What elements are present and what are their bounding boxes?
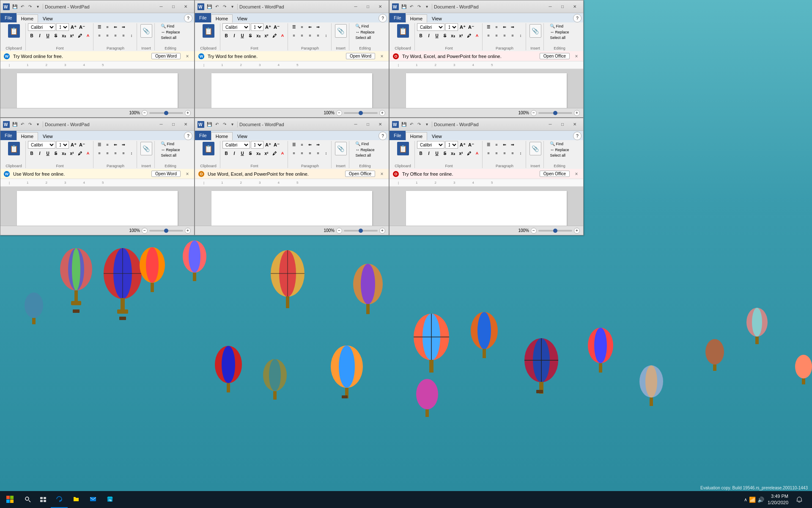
taskbar-store-icon[interactable]: 🛍	[102, 491, 118, 508]
font-name-select-3[interactable]: Calibri	[417, 23, 444, 31]
align-right-3[interactable]: ≡	[501, 32, 508, 39]
align-left-6[interactable]: ≡	[485, 149, 492, 157]
replace-btn-3[interactable]: ↔Replace	[549, 29, 570, 35]
help-btn-6[interactable]: ?	[573, 132, 582, 140]
doc-area-6[interactable]	[390, 187, 583, 226]
view-tab-5[interactable]: View	[233, 132, 252, 140]
highlight-4[interactable]: 🖍	[76, 149, 84, 157]
zoom-in-btn-2[interactable]: +	[379, 110, 385, 116]
underline-3[interactable]: U	[433, 32, 441, 39]
superscript-btn-1[interactable]: x²	[68, 32, 76, 39]
numbering-3[interactable]: ≡	[493, 23, 500, 31]
indent-more-5[interactable]: ⇒	[314, 141, 322, 149]
subscript-2[interactable]: x₂	[255, 32, 262, 39]
align-center-5[interactable]: ≡	[298, 149, 306, 157]
highlight-btn-1[interactable]: 🖍	[76, 32, 84, 39]
save-btn-4[interactable]: 💾	[11, 121, 18, 128]
underline-btn-1[interactable]: U	[44, 32, 52, 39]
titlebar-6[interactable]: W 💾 ↶ ↷ ▾ Document - WordPad ─ □ ✕	[390, 118, 583, 131]
paste-btn-6[interactable]: 📋	[396, 141, 410, 156]
task-view-button[interactable]	[36, 491, 51, 508]
minimize-btn-4[interactable]: ─	[155, 120, 167, 129]
italic-2[interactable]: I	[230, 32, 238, 39]
align-center-6[interactable]: ≡	[493, 149, 500, 157]
close-btn-2[interactable]: ✕	[374, 3, 386, 11]
replace-btn-5[interactable]: ↔Replace	[354, 147, 376, 152]
save-btn-6[interactable]: 💾	[401, 121, 407, 128]
home-tab-6[interactable]: Home	[406, 132, 427, 141]
view-tab-3[interactable]: View	[427, 14, 447, 22]
justify-2[interactable]: ≡	[314, 32, 322, 39]
font-grow-5[interactable]: A⁺	[264, 141, 272, 149]
restore-btn-5[interactable]: □	[362, 120, 374, 129]
insert-btn-5[interactable]: 📎	[334, 141, 348, 156]
align-right-2[interactable]: ≡	[306, 32, 314, 39]
zoom-track-2[interactable]	[344, 112, 378, 114]
align-left-4[interactable]: ≡	[96, 149, 103, 157]
doc-area-5[interactable]	[195, 187, 389, 226]
home-tab-2[interactable]: Home	[211, 14, 233, 23]
close-btn-6[interactable]: ✕	[569, 120, 581, 129]
home-tab-5[interactable]: Home	[211, 132, 233, 141]
zoom-thumb-2[interactable]	[359, 111, 363, 115]
numbering-4[interactable]: ≡	[104, 141, 111, 149]
zoom-track-1[interactable]	[149, 112, 183, 114]
zoom-thumb-3[interactable]	[553, 111, 557, 115]
justify-5[interactable]: ≡	[314, 149, 322, 157]
numbering-6[interactable]: ≡	[493, 141, 500, 149]
font-shrink-5[interactable]: A⁻	[273, 141, 280, 149]
font-shrink-btn-1[interactable]: A⁻	[78, 23, 86, 31]
home-tab-4[interactable]: Home	[16, 132, 38, 141]
restore-btn-1[interactable]: □	[167, 3, 179, 11]
titlebar-5[interactable]: W 💾 ↶ ↷ ▾ Document - WordPad ─ □ ✕	[195, 118, 389, 131]
select-all-btn-4[interactable]: Select all	[159, 153, 181, 158]
find-btn-2[interactable]: 🔍Find	[354, 23, 376, 29]
minimize-btn-2[interactable]: ─	[350, 3, 362, 11]
minimize-btn-6[interactable]: ─	[544, 120, 556, 129]
color-5[interactable]: A	[279, 149, 286, 157]
undo-btn-2[interactable]: ↶	[214, 3, 220, 10]
list-btn-1[interactable]: ☰	[96, 23, 103, 31]
system-clock[interactable]: 3:49 PM 1/20/2020	[768, 493, 788, 506]
numbering-btn-1[interactable]: ≡	[104, 23, 111, 31]
zoom-thumb-5[interactable]	[359, 229, 363, 233]
highlight-2[interactable]: 🖍	[271, 32, 278, 39]
strikethrough-5[interactable]: S	[247, 149, 254, 157]
notification-center[interactable]	[792, 491, 807, 508]
help-btn-3[interactable]: ?	[573, 14, 582, 22]
save-btn-5[interactable]: 💾	[206, 121, 213, 128]
subscript-6[interactable]: x₂	[449, 149, 457, 157]
indent-more-btn-1[interactable]: ⇒	[120, 23, 127, 31]
italic-6[interactable]: I	[425, 149, 433, 157]
font-size-select-3[interactable]: 11	[445, 23, 458, 31]
subscript-3[interactable]: x₂	[449, 32, 457, 39]
find-btn-3[interactable]: 🔍Find	[549, 23, 570, 29]
indent-less-2[interactable]: ⇐	[306, 23, 314, 31]
doc-area-2[interactable]	[195, 69, 389, 108]
view-tab-6[interactable]: View	[427, 132, 447, 140]
notif-btn-2[interactable]: Open Word	[346, 53, 375, 59]
font-grow-4[interactable]: A⁺	[70, 141, 77, 149]
zoom-track-6[interactable]	[538, 230, 572, 232]
find-btn-1[interactable]: 🔍 Find	[159, 23, 181, 29]
line-spacing-2[interactable]: ↕	[322, 32, 330, 39]
notif-close-5[interactable]: ×	[379, 171, 385, 177]
undo-btn-1[interactable]: ↶	[19, 3, 26, 10]
file-tab-4[interactable]: File	[0, 131, 16, 140]
start-button[interactable]	[0, 491, 20, 508]
font-name-select-4[interactable]: Calibri	[28, 141, 55, 149]
close-btn-4[interactable]: ✕	[180, 120, 192, 129]
find-btn-6[interactable]: 🔍Find	[549, 141, 570, 146]
zoom-in-btn-5[interactable]: +	[379, 228, 385, 234]
doc-area-4[interactable]	[0, 187, 194, 226]
align-left-btn-1[interactable]: ≡	[96, 32, 103, 39]
file-tab-6[interactable]: File	[390, 131, 406, 140]
restore-btn-2[interactable]: □	[362, 3, 374, 11]
undo-btn-4[interactable]: ↶	[19, 121, 26, 128]
zoom-in-btn-1[interactable]: +	[185, 110, 191, 116]
font-shrink-3[interactable]: A⁻	[467, 23, 475, 31]
minimize-btn-3[interactable]: ─	[544, 3, 556, 11]
align-center-3[interactable]: ≡	[493, 32, 500, 39]
zoom-thumb-1[interactable]	[164, 111, 168, 115]
italic-btn-1[interactable]: I	[36, 32, 44, 39]
